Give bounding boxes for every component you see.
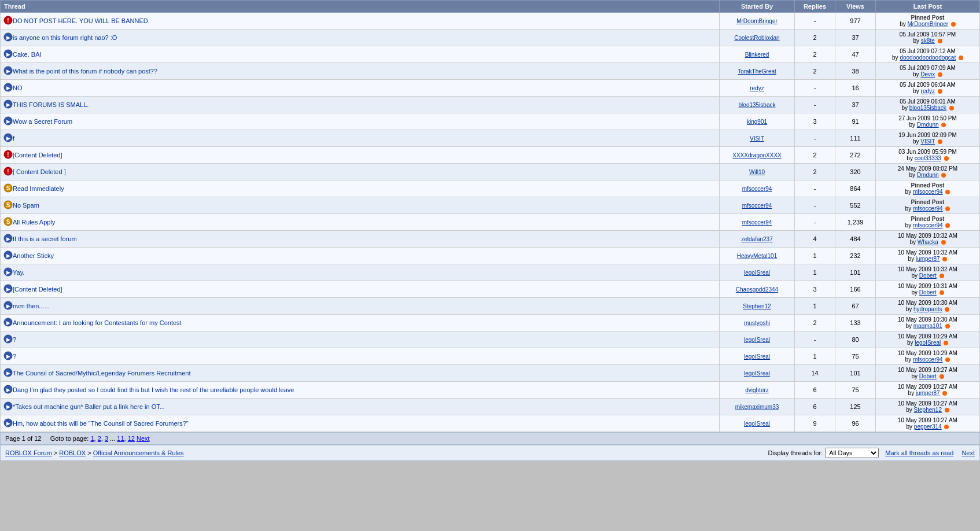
- last-post-user-link[interactable]: mfsoccer94: [913, 222, 943, 228]
- mark-all-read-link[interactable]: Mark all threads as read: [885, 449, 953, 456]
- started-by-link[interactable]: TorakTheGreat: [738, 68, 776, 75]
- last-post-user-link[interactable]: mfsoccer94: [913, 205, 943, 212]
- thread-title-link[interactable]: Announcement: I am looking for Contestan…: [13, 319, 182, 326]
- started-by-link[interactable]: HeavyMetal101: [737, 253, 777, 259]
- page-link-1[interactable]: 1: [90, 435, 94, 442]
- thread-title-link[interactable]: All Rules Apply: [13, 219, 55, 226]
- page-link-11[interactable]: 11: [117, 435, 124, 442]
- started-by-link[interactable]: mikemaximum33: [735, 404, 779, 410]
- thread-title-link[interactable]: The Counsil of Sacred/Mythic/Legenday Fo…: [13, 370, 191, 377]
- started-by-link[interactable]: mfsoccer94: [742, 219, 772, 226]
- started-by-link[interactable]: Chaosgodd2344: [736, 286, 778, 293]
- thread-title-link[interactable]: What is the point of this forum if nobod…: [13, 68, 157, 75]
- last-post-user-link[interactable]: sk8te: [921, 38, 935, 44]
- started-by-link[interactable]: legoISreal: [744, 337, 770, 343]
- breadcrumb-section[interactable]: Official Announcements & Rules: [93, 449, 184, 456]
- svg-text:▶: ▶: [6, 135, 10, 141]
- last-post-user-link[interactable]: Dmdunn: [917, 121, 939, 128]
- thread-icon: ▶: [3, 234, 13, 244]
- last-post-cell: 10 May 2009 10:32 AMby Whacka: [876, 231, 980, 248]
- thread-title-link[interactable]: [Content Deleted]: [13, 286, 62, 293]
- started-by-link[interactable]: mfsoccer94: [742, 202, 772, 209]
- started-by-link[interactable]: Will10: [749, 169, 765, 175]
- page-link-3[interactable]: 3: [105, 435, 108, 442]
- last-post-user-link[interactable]: mfsoccer94: [913, 356, 943, 363]
- last-post-user-link[interactable]: bloo135isback: [909, 105, 946, 111]
- last-post-user-link[interactable]: legoISreal: [915, 340, 941, 346]
- started-by-link[interactable]: MrDoomBringer: [736, 18, 778, 24]
- thread-title-link[interactable]: No Spam: [13, 202, 39, 209]
- started-by-link[interactable]: CoolestRobloxian: [734, 35, 779, 41]
- next-link[interactable]: Next: [137, 435, 150, 442]
- thread-title-link[interactable]: Another Sticky: [13, 252, 54, 259]
- thread-title-link[interactable]: ?: [13, 336, 16, 343]
- last-post-user-link[interactable]: mfsoccer94: [913, 189, 943, 195]
- views-cell: 75: [835, 382, 876, 399]
- last-post-user-link[interactable]: VISIT: [920, 138, 935, 145]
- thread-title-link[interactable]: Yay.: [13, 269, 24, 276]
- last-post-user-link[interactable]: hydropants: [913, 306, 942, 312]
- thread-title-link[interactable]: [Content Deleted]: [13, 152, 62, 158]
- thread-title-link[interactable]: *Takes out machine gun* Baller put a lin…: [13, 403, 165, 410]
- started-by-link[interactable]: mfsoccer94: [742, 186, 772, 192]
- last-post-user-link[interactable]: redyz: [921, 88, 935, 94]
- last-post-user-link[interactable]: Whacka: [918, 239, 938, 245]
- started-by-link[interactable]: legoISreal: [744, 421, 770, 427]
- thread-title-link[interactable]: ?: [13, 353, 16, 360]
- last-post-user-link[interactable]: Devix: [920, 71, 935, 78]
- started-by-link[interactable]: VISIT: [750, 135, 764, 142]
- started-by-link[interactable]: bloo135isback: [739, 102, 776, 108]
- thread-title-link[interactable]: NO: [13, 84, 23, 91]
- thread-title-cell: ▶ What is the point of this forum if nob…: [1, 63, 720, 80]
- thread-title-link[interactable]: Cake. BAI: [13, 51, 42, 58]
- thread-title-link[interactable]: THIS FORUMS IS SMALL.: [13, 101, 89, 108]
- started-by-link[interactable]: mustyoshi: [744, 320, 770, 326]
- last-post-cell: 10 May 2009 10:31 AMby Dobert: [876, 281, 980, 298]
- last-post-user-link[interactable]: cool33333: [915, 155, 941, 161]
- last-post-user-link[interactable]: jumper87: [916, 390, 940, 396]
- forum-table: Thread Started By Replies Views Last Pos…: [0, 0, 980, 432]
- breadcrumb-roblox[interactable]: ROBLOX: [59, 449, 86, 456]
- started-by-link[interactable]: legoISreal: [744, 270, 770, 276]
- started-by-link[interactable]: legoISreal: [744, 370, 770, 377]
- started-by-link[interactable]: redyz: [750, 85, 764, 91]
- last-post-user-link[interactable]: Stephen12: [914, 407, 942, 413]
- thread-title-link[interactable]: [ Content Deleted ]: [13, 168, 66, 175]
- last-post-cell: Pinned Postby MrDoomBringer: [876, 13, 980, 30]
- views-cell: 80: [835, 331, 876, 348]
- thread-title-link[interactable]: DO NOT POST HERE. YOU WILL BE BANNED.: [13, 17, 150, 24]
- thread-title-cell: ▶ Another Sticky: [1, 248, 720, 264]
- page-link-12[interactable]: 12: [128, 435, 135, 442]
- started-by-link[interactable]: legoISreal: [744, 353, 770, 360]
- thread-title-link[interactable]: Wow a Secret Forum: [13, 118, 72, 125]
- started-by-cell: Stephen12: [720, 298, 795, 315]
- thread-title-link[interactable]: Read Immediately: [13, 185, 64, 192]
- last-post-user-link[interactable]: doodoodoodoodogcat: [900, 54, 956, 61]
- last-post-user-link[interactable]: magma101: [913, 323, 942, 329]
- breadcrumb-roblox-forum[interactable]: ROBLOX Forum: [5, 449, 52, 456]
- started-by-link[interactable]: XXXXdragonXXXX: [732, 152, 782, 158]
- started-by-link[interactable]: king901: [747, 119, 767, 125]
- started-by-link[interactable]: zeldafan237: [741, 236, 773, 242]
- last-post-user-link[interactable]: Dmdunn: [917, 172, 939, 178]
- thread-title-link[interactable]: is anyone on this forum right nao? :O: [13, 34, 117, 41]
- last-post-user-link[interactable]: Dobert: [919, 373, 937, 379]
- started-by-link[interactable]: Stephen12: [743, 303, 771, 309]
- next-page-link[interactable]: Next: [961, 449, 975, 456]
- thread-title-link[interactable]: If this is a secret forum: [13, 235, 77, 242]
- page-link-2[interactable]: 2: [98, 435, 101, 442]
- thread-title-link[interactable]: f: [13, 135, 14, 142]
- started-by-link[interactable]: Blinkered: [745, 51, 769, 58]
- thread-title-link[interactable]: Dang I'm glad they posted so I could fin…: [13, 386, 294, 393]
- last-post-user-link[interactable]: pepper314: [914, 423, 942, 430]
- last-post-user-link[interactable]: Dobert: [919, 272, 937, 279]
- thread-title-link[interactable]: nvm then......: [13, 303, 50, 309]
- started-by-link[interactable]: dvighterz: [745, 387, 769, 393]
- started-by-cell: Blinkered: [720, 46, 795, 63]
- last-post-user-link[interactable]: jumper87: [916, 256, 940, 262]
- display-threads-select[interactable]: All Days Last Day Last 2 Days Last Week …: [825, 448, 879, 458]
- last-post-user-link[interactable]: MrDoomBringer: [907, 21, 948, 27]
- last-post-cell: 19 Jun 2009 02:09 PMby VISIT: [876, 130, 980, 147]
- thread-title-link[interactable]: Hm, how about this will be "The Counsil …: [13, 420, 189, 427]
- last-post-user-link[interactable]: Dobert: [919, 289, 937, 296]
